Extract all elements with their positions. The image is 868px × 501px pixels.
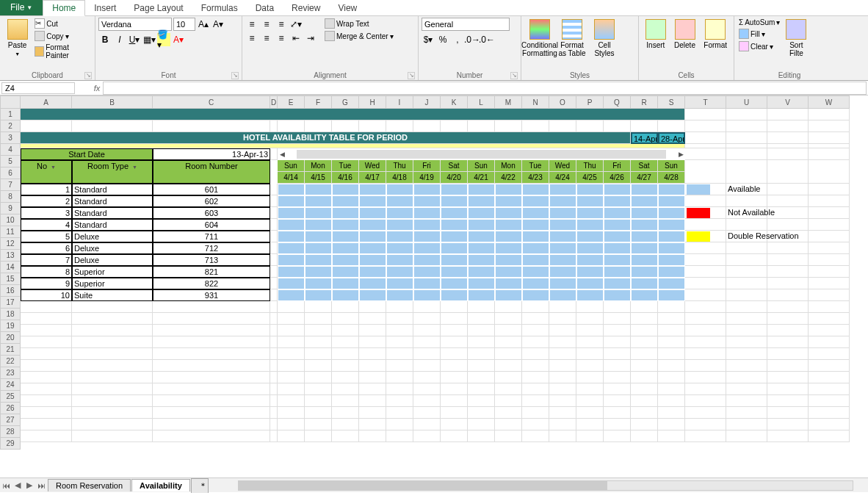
avail-cell[interactable]	[441, 195, 468, 207]
avail-cell[interactable]	[359, 231, 386, 242]
avail-cell[interactable]	[441, 207, 468, 219]
avail-cell[interactable]	[495, 219, 522, 231]
row-header-15[interactable]: 15	[0, 273, 21, 285]
row-header-17[interactable]: 17	[0, 297, 21, 309]
avail-cell[interactable]	[576, 231, 604, 242]
avail-cell[interactable]	[278, 219, 305, 231]
cal-scrollbar[interactable]	[297, 150, 666, 159]
avail-cell[interactable]	[549, 266, 576, 278]
avail-cell[interactable]	[468, 207, 495, 219]
avail-cell[interactable]	[441, 289, 468, 301]
avail-cell[interactable]	[359, 207, 386, 219]
cal-scroll-left[interactable]: ◀	[278, 151, 286, 158]
avail-cell[interactable]	[468, 266, 495, 278]
avail-cell[interactable]	[359, 266, 386, 278]
avail-cell[interactable]	[631, 219, 658, 231]
align-center-button[interactable]: ≡	[260, 32, 273, 45]
room-type-5[interactable]: Deluxe	[72, 242, 153, 254]
filter-icon[interactable]: ▼	[132, 165, 137, 170]
underline-button[interactable]: U▾	[128, 33, 141, 46]
tab-nav-prev[interactable]: ◀	[12, 480, 23, 490]
room-no-9[interactable]: 10	[21, 289, 72, 301]
avail-cell[interactable]	[278, 242, 305, 254]
avail-cell[interactable]	[549, 231, 576, 242]
grow-font-button[interactable]: A▴	[197, 18, 210, 31]
row-header-29[interactable]: 29	[0, 438, 21, 450]
row-header-9[interactable]: 9	[0, 203, 21, 215]
avail-cell[interactable]	[522, 278, 549, 289]
col-header-N[interactable]: N	[522, 95, 549, 109]
tab-review[interactable]: Review	[283, 1, 329, 15]
avail-cell[interactable]	[278, 195, 305, 207]
row-header-22[interactable]: 22	[0, 356, 21, 367]
avail-cell[interactable]	[604, 219, 631, 231]
insert-cells-button[interactable]: Insert	[642, 18, 670, 51]
avail-cell[interactable]	[522, 254, 549, 266]
avail-cell[interactable]	[413, 278, 441, 289]
number-dialog-icon[interactable]: ↘	[510, 72, 518, 79]
room-type-1[interactable]: Standard	[72, 195, 153, 207]
avail-cell[interactable]	[413, 254, 441, 266]
number-format-select[interactable]	[422, 18, 510, 31]
avail-cell[interactable]	[604, 266, 631, 278]
avail-cell[interactable]	[413, 242, 441, 254]
align-left-button[interactable]: ≡	[245, 32, 258, 45]
avail-cell[interactable]	[495, 266, 522, 278]
col-header-U[interactable]: U	[726, 95, 767, 109]
avail-cell[interactable]	[305, 207, 332, 219]
room-no-8[interactable]: 9	[21, 278, 72, 289]
avail-cell[interactable]	[631, 254, 658, 266]
avail-cell[interactable]	[522, 289, 549, 301]
avail-cell[interactable]	[441, 254, 468, 266]
align-middle-button[interactable]: ≡	[260, 18, 273, 31]
avail-cell[interactable]	[278, 278, 305, 289]
hdr-room-type[interactable]: Room Type ▼	[72, 160, 153, 184]
avail-cell[interactable]	[576, 242, 604, 254]
sort-filter-button[interactable]: Sort Filte	[783, 18, 809, 59]
col-header-L[interactable]: L	[468, 95, 495, 109]
fx-icon[interactable]: fx	[91, 84, 103, 93]
avail-cell[interactable]	[278, 289, 305, 301]
horizontal-scrollbar[interactable]	[238, 480, 853, 491]
conditional-formatting-button[interactable]: Conditional Formatting	[524, 18, 555, 59]
avail-cell[interactable]	[413, 184, 441, 195]
shrink-font-button[interactable]: A▾	[211, 18, 225, 31]
row-header-19[interactable]: 19	[0, 320, 21, 332]
col-header-J[interactable]: J	[413, 95, 441, 109]
row-header-8[interactable]: 8	[0, 191, 21, 203]
avail-cell[interactable]	[549, 278, 576, 289]
font-size-select[interactable]	[173, 18, 195, 31]
avail-cell[interactable]	[332, 195, 359, 207]
row-header-20[interactable]: 20	[0, 332, 21, 344]
avail-cell[interactable]	[549, 254, 576, 266]
tab-insert[interactable]: Insert	[85, 1, 125, 15]
avail-cell[interactable]	[278, 266, 305, 278]
avail-cell[interactable]	[522, 184, 549, 195]
avail-cell[interactable]	[604, 184, 631, 195]
avail-cell[interactable]	[413, 289, 441, 301]
avail-cell[interactable]	[631, 289, 658, 301]
avail-cell[interactable]	[631, 242, 658, 254]
col-header-K[interactable]: K	[441, 95, 468, 109]
tab-data[interactable]: Data	[247, 1, 283, 15]
avail-cell[interactable]	[631, 195, 658, 207]
avail-cell[interactable]	[658, 219, 685, 231]
font-dialog-icon[interactable]: ↘	[231, 72, 239, 79]
col-header-W[interactable]: W	[809, 95, 850, 109]
new-sheet-button[interactable]: ＊	[191, 478, 209, 493]
avail-cell[interactable]	[386, 184, 413, 195]
avail-cell[interactable]	[305, 289, 332, 301]
avail-cell[interactable]	[413, 219, 441, 231]
avail-cell[interactable]	[495, 231, 522, 242]
avail-cell[interactable]	[359, 195, 386, 207]
tab-view[interactable]: View	[329, 1, 366, 15]
col-header-I[interactable]: I	[386, 95, 413, 109]
row-header-26[interactable]: 26	[0, 403, 21, 414]
avail-cell[interactable]	[386, 278, 413, 289]
avail-cell[interactable]	[522, 195, 549, 207]
avail-cell[interactable]	[359, 219, 386, 231]
col-header-D[interactable]: D	[270, 95, 278, 109]
sheet-tab-availability[interactable]: Availability	[131, 479, 190, 491]
avail-cell[interactable]	[549, 242, 576, 254]
tab-nav-last[interactable]: ⏭	[35, 481, 47, 490]
